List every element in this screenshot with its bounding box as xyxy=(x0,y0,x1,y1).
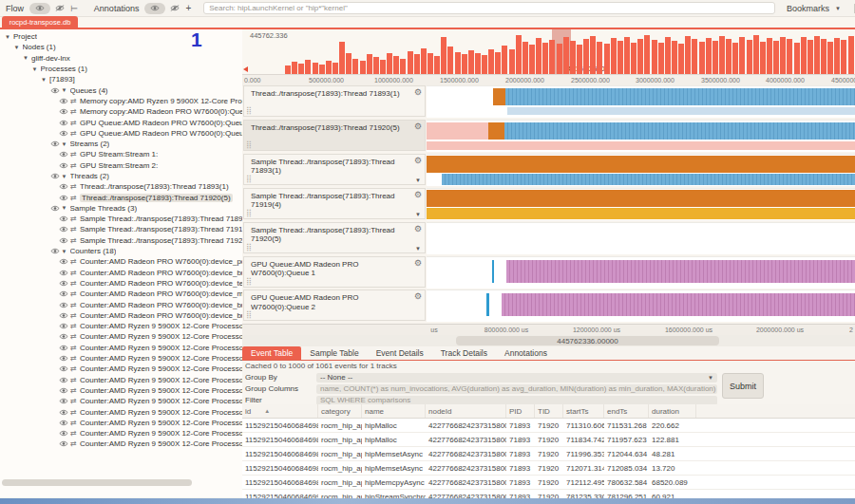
eye-icon[interactable] xyxy=(59,387,70,394)
eye-icon[interactable] xyxy=(59,151,70,158)
eye-icon[interactable] xyxy=(59,302,70,308)
eye-icon[interactable] xyxy=(59,270,70,276)
tree-leaf-row[interactable]: ⇄Counter:AMD Ryzen 9 5900X 12-Core Proce… xyxy=(0,406,242,417)
gear-icon[interactable]: ⚙ xyxy=(414,156,422,165)
tree-branch-row[interactable]: ▼Queues (4) xyxy=(0,84,242,95)
tree-leaf-row[interactable]: ⇄Memory copy:AMD Ryzen 9 5900X 12-Core P… xyxy=(0,96,242,106)
eye-icon[interactable] xyxy=(50,140,62,147)
tree-collapse-icon[interactable]: ▼ xyxy=(23,55,31,61)
tree-leaf-row[interactable]: ⇄Counter:AMD Ryzen 9 5900X 12-Core Proce… xyxy=(0,428,242,439)
column-header[interactable]: endTs xyxy=(604,404,649,418)
column-header[interactable]: category xyxy=(318,404,362,418)
eye-icon[interactable] xyxy=(59,323,70,329)
tab-sample-table[interactable]: Sample Table xyxy=(301,346,367,360)
group-columns-input[interactable]: name, COUNT(*) as num_invocations, AVG(d… xyxy=(316,384,717,394)
tab-event-details[interactable]: Event Details xyxy=(368,346,432,360)
eye-icon[interactable] xyxy=(59,215,70,222)
expand-track-icon[interactable]: ▼ xyxy=(415,177,421,183)
tree-collapse-icon[interactable]: ▼ xyxy=(62,141,70,147)
expand-track-icon[interactable]: ▼ xyxy=(415,246,421,252)
filter-input[interactable]: SQL WHERE comparisons xyxy=(316,396,717,405)
jump-to-track-icon[interactable]: ⇄ xyxy=(70,386,80,395)
jump-to-track-icon[interactable]: ⇄ xyxy=(70,225,80,233)
tree-leaf-row[interactable]: ⇄Counter:AMD Radeon PRO W7600(0):device_… xyxy=(0,299,242,309)
jump-to-track-icon[interactable]: ⇄ xyxy=(70,182,80,191)
tree-collapse-icon[interactable]: ▼ xyxy=(62,249,70,254)
jump-to-track-icon[interactable]: ⇄ xyxy=(70,107,80,116)
track-content[interactable] xyxy=(427,85,855,118)
tree-branch-row[interactable]: ▼Sample Threads (3) xyxy=(0,203,242,214)
trace-event-segment[interactable] xyxy=(488,122,504,140)
jump-to-track-icon[interactable]: ⇄ xyxy=(70,119,80,127)
column-header[interactable]: id▲ xyxy=(242,404,318,418)
tree-leaf-row[interactable]: ⇄Counter:AMD Ryzen 9 5900X 12-Core Proce… xyxy=(0,343,242,353)
jump-to-track-icon[interactable]: ⇄ xyxy=(70,269,80,277)
table-row[interactable]: 1152921504606846982rocm_hip_apihipMalloc… xyxy=(242,433,855,447)
jump-to-track-icon[interactable]: ⇄ xyxy=(70,322,80,330)
flow-direction-icon[interactable]: ⊢ xyxy=(70,4,78,13)
track-label-box[interactable]: ⚙⣿Thread:./transpose(71893):Thread 71920… xyxy=(243,120,426,151)
tree-leaf-row[interactable]: ⇄Counter:AMD Ryzen 9 5900X 12-Core Proce… xyxy=(0,364,242,374)
bookmarks-button[interactable]: Bookmarks ▼ xyxy=(787,4,841,13)
track-label-box[interactable]: ⚙⣿Thread:./transpose(71893):Thread 71893… xyxy=(243,85,426,117)
trace-event-segment[interactable] xyxy=(492,260,494,283)
eye-icon[interactable] xyxy=(59,226,70,233)
eye-icon[interactable] xyxy=(59,312,70,319)
eye-icon[interactable] xyxy=(59,258,70,265)
eye-icon[interactable] xyxy=(59,440,70,447)
gear-icon[interactable]: ⚙ xyxy=(414,224,422,233)
sidebar-horizontal-scrollbar[interactable] xyxy=(2,479,192,486)
column-header[interactable]: PID xyxy=(506,404,535,418)
drag-handle-icon[interactable]: ⣿ xyxy=(246,175,252,183)
flow-visibility-button[interactable] xyxy=(29,3,50,14)
drag-handle-icon[interactable]: ⣿ xyxy=(246,310,252,319)
eye-icon[interactable] xyxy=(59,430,70,437)
track-label-box[interactable]: ⚙⣿▼Sample Thread:./transpose(71893):Thre… xyxy=(243,188,426,219)
tree-leaf-row[interactable]: ⇄Counter:AMD Ryzen 9 5900X 12-Core Proce… xyxy=(0,353,242,364)
timeline-scrollbar-thumb[interactable]: 445762336.00000 xyxy=(456,336,719,345)
gear-icon[interactable]: ⚙ xyxy=(414,258,422,268)
tree-leaf-row[interactable]: ⇄GPU Stream:Stream 1: xyxy=(0,149,242,159)
track-content[interactable] xyxy=(427,256,855,289)
eye-icon[interactable] xyxy=(59,290,70,297)
eye-icon[interactable] xyxy=(59,365,70,372)
trace-event-segment[interactable] xyxy=(504,122,855,140)
gear-icon[interactable]: ⚙ xyxy=(414,291,422,301)
gear-icon[interactable]: ⚙ xyxy=(414,121,422,131)
add-annotation-button[interactable]: + xyxy=(185,3,191,13)
eye-off-icon[interactable] xyxy=(170,5,180,11)
annotations-visibility-button[interactable] xyxy=(144,3,165,14)
tree-branch-row[interactable]: ▼Counters (18) xyxy=(0,246,242,256)
jump-to-track-icon[interactable]: ⇄ xyxy=(70,236,80,245)
trace-event-segment[interactable] xyxy=(505,88,855,105)
track-content[interactable] xyxy=(427,222,855,254)
tab-annotations[interactable]: Annotations xyxy=(496,346,556,360)
search-input[interactable] xyxy=(203,2,775,14)
tree-leaf-row[interactable]: ⇄Thread:./transpose(71893):Thread 71893(… xyxy=(0,181,242,192)
jump-to-track-icon[interactable]: ⇄ xyxy=(70,279,80,288)
table-row[interactable]: 1152921504606846983rocm_hip_apihipMemset… xyxy=(242,447,855,461)
tree-leaf-row[interactable]: ⇄Counter:AMD Ryzen 9 5900X 12-Core Proce… xyxy=(0,439,242,449)
submit-button[interactable]: Submit xyxy=(722,373,764,399)
tree-collapse-icon[interactable]: ▼ xyxy=(62,174,70,179)
eye-icon[interactable] xyxy=(59,98,70,104)
tree-leaf-row[interactable]: ⇄Counter:AMD Ryzen 9 5900X 12-Core Proce… xyxy=(0,385,242,396)
eye-icon[interactable] xyxy=(59,355,70,362)
track-content[interactable] xyxy=(427,188,855,220)
table-row[interactable]: 1152921504606846984rocm_hip_apihipMemset… xyxy=(242,461,855,476)
jump-to-track-icon[interactable]: ⇄ xyxy=(70,257,80,266)
eye-icon[interactable] xyxy=(59,280,70,287)
drag-handle-icon[interactable]: ⣿ xyxy=(246,140,252,149)
track-content[interactable] xyxy=(427,154,855,186)
jump-to-track-icon[interactable]: ⇄ xyxy=(70,161,80,170)
tree-branch-row[interactable]: ▼Threads (2) xyxy=(0,171,242,181)
tab-track-details[interactable]: Track Details xyxy=(432,346,496,360)
tree-collapse-icon[interactable]: ▼ xyxy=(32,66,41,72)
tree-leaf-row[interactable]: ⇄Counter:AMD Ryzen 9 5900X 12-Core Proce… xyxy=(0,396,242,406)
trace-event-segment[interactable] xyxy=(427,190,855,207)
trace-event-segment[interactable] xyxy=(427,208,855,219)
tree-leaf-row[interactable]: ⇄Memory copy:AMD Radeon PRO W7600(0):Que… xyxy=(0,106,242,117)
tree-leaf-row[interactable]: ⇄GPU Stream:Stream 2: xyxy=(0,160,242,171)
gear-icon[interactable]: ⚙ xyxy=(414,190,422,199)
drag-handle-icon[interactable]: ⣿ xyxy=(246,243,252,252)
